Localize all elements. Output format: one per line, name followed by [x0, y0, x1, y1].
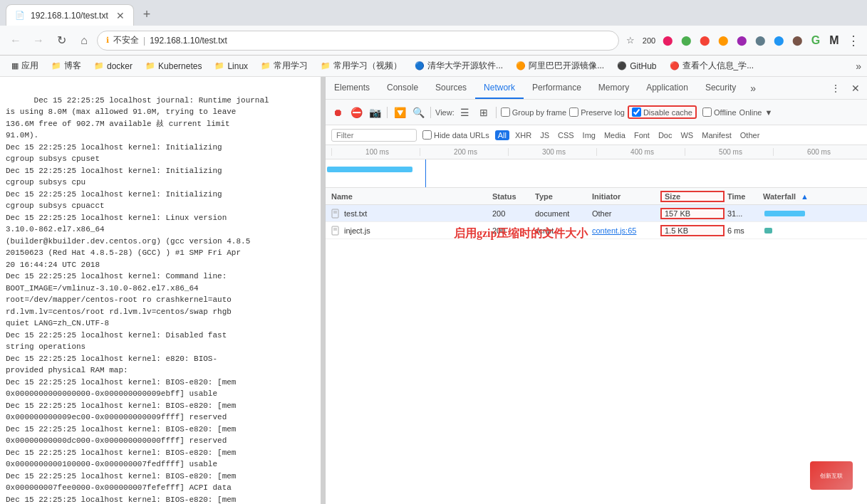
group-by-frame-checkbox[interactable]: Group by frame — [501, 107, 566, 117]
search-button[interactable]: 🔍 — [410, 105, 426, 120]
filter-font[interactable]: Font — [631, 130, 653, 140]
record-button[interactable]: ⏺ — [330, 105, 346, 120]
preserve-log-checkbox[interactable]: Preserve log — [569, 107, 625, 117]
offline-checkbox[interactable]: Offline — [702, 107, 737, 117]
folder-icon: 📁 — [261, 61, 271, 70]
bookmark-linux[interactable]: 📁 Linux — [209, 58, 254, 74]
filter-js[interactable]: JS — [537, 130, 552, 140]
col-header-status[interactable]: Status — [489, 192, 532, 201]
tab-sources-label: Sources — [435, 83, 467, 93]
col-header-type[interactable]: Type — [532, 192, 589, 201]
ext-icon-6[interactable]: ⬤ — [752, 32, 769, 49]
menu-dots[interactable]: ⋮ — [844, 32, 861, 49]
tab-memory[interactable]: Memory — [590, 77, 638, 99]
bookmark-kubernetes[interactable]: 📁 Kubernetes — [140, 58, 207, 74]
waterfall-sort-icon[interactable]: ▲ — [801, 192, 809, 201]
filter-input[interactable] — [331, 129, 417, 142]
col-header-time[interactable]: Time — [725, 192, 760, 201]
col-header-waterfall[interactable]: Waterfall ▲ — [760, 192, 867, 201]
filter-other[interactable]: Other — [737, 130, 763, 140]
filter-button[interactable]: 🔽 — [392, 105, 407, 120]
bookmark-personal[interactable]: 🔴 查看个人信息_学... — [664, 58, 760, 74]
network-timeline: 100 ms 200 ms 300 ms 400 ms 500 ms 600 m… — [326, 145, 867, 188]
devtools-tab-more-button[interactable]: » — [744, 83, 762, 94]
filter-img[interactable]: Img — [580, 130, 598, 140]
filter-all[interactable]: All — [495, 130, 509, 140]
table-row[interactable]: inject.js 200 script content.js:65 1.5 K… — [326, 222, 867, 239]
svg-rect-3 — [332, 226, 338, 235]
ext-icon-4[interactable]: ⬤ — [715, 32, 732, 49]
devtools-tab-bar: Elements Console Sources Network Perform… — [326, 77, 867, 100]
tab-elements[interactable]: Elements — [326, 77, 378, 99]
filter-media[interactable]: Media — [601, 130, 628, 140]
address-text: 192.168.1.10/test.txt — [150, 36, 227, 46]
throttle-dropdown-icon[interactable]: ▼ — [764, 108, 772, 117]
hide-data-urls-checkbox[interactable]: Hide data URLs — [422, 130, 489, 140]
ext-icon-7[interactable]: ⬤ — [770, 32, 787, 49]
ext-icon-3[interactable]: ⬤ — [696, 32, 713, 49]
hide-data-urls-input[interactable] — [422, 130, 432, 140]
ext-icon-5[interactable]: ⬤ — [733, 32, 750, 49]
address-bar[interactable]: ℹ 不安全 | 192.168.1.10/test.txt — [97, 31, 619, 51]
row-2-initiator-link[interactable]: content.js:65 — [592, 226, 636, 235]
toolbar-separator-3 — [496, 107, 497, 118]
home-button[interactable]: ⌂ — [74, 31, 94, 51]
filter-manifest[interactable]: Manifest — [699, 130, 734, 140]
view-grid-button[interactable]: ⊞ — [476, 105, 492, 120]
filter-css[interactable]: CSS — [555, 130, 577, 140]
bookmark-blog[interactable]: 📁 博客 — [46, 58, 87, 74]
tab-network[interactable]: Network — [475, 77, 524, 99]
page-text: Dec 15 22:25:25 localhost journal: Runti… — [6, 96, 269, 505]
tab-security[interactable]: Security — [697, 77, 744, 99]
offline-input[interactable] — [702, 107, 712, 117]
new-tab-button[interactable]: + — [137, 4, 157, 24]
tab-close-button[interactable]: ✕ — [116, 10, 125, 21]
back-button[interactable]: ← — [6, 31, 26, 51]
camera-button[interactable]: 📷 — [367, 105, 383, 120]
table-row[interactable]: test.txt 200 document Other 157 KB 31... — [326, 205, 867, 222]
bookmark-apps[interactable]: ▦ 应用 — [6, 58, 44, 74]
disable-cache-input[interactable] — [632, 107, 641, 117]
ext-icon-1[interactable]: ⬤ — [659, 32, 676, 49]
bookmark-study-video[interactable]: 📁 常用学习（视频） — [315, 58, 407, 74]
bookmark-alibaba[interactable]: 🟠 阿里巴巴开源镜像... — [510, 58, 610, 74]
browser-tab[interactable]: 📄 192.168.1.10/test.txt ✕ — [6, 4, 134, 26]
filter-ws[interactable]: WS — [677, 130, 696, 140]
devtools-settings-button[interactable]: ⋮ — [827, 80, 844, 97]
filter-doc[interactable]: Doc — [655, 130, 675, 140]
col-header-initiator[interactable]: Initiator — [589, 192, 660, 201]
row-2-time: 6 ms — [725, 226, 760, 235]
timeline-mark-5: 500 ms — [685, 148, 773, 156]
view-list-button[interactable]: ☰ — [457, 105, 473, 120]
col-header-name[interactable]: Name — [326, 192, 489, 201]
tab-performance[interactable]: Performance — [524, 77, 590, 99]
tab-console[interactable]: Console — [378, 77, 427, 99]
chuangxin-logo: 创新互联 — [810, 461, 853, 490]
reload-button[interactable]: ↻ — [51, 31, 71, 51]
ext-icon-8[interactable]: ⬤ — [789, 32, 806, 49]
devtools-controls: ⋮ ✕ — [827, 80, 867, 97]
security-icon: ℹ — [106, 36, 109, 45]
devtools-close-button[interactable]: ✕ — [847, 80, 864, 97]
bookmark-github[interactable]: ⚫ GitHub — [611, 58, 662, 74]
row-1-type: document — [532, 209, 589, 218]
filter-xhr[interactable]: XHR — [512, 130, 534, 140]
ext-icon-9[interactable]: G — [807, 32, 824, 49]
ext-icon-10[interactable]: M — [826, 32, 843, 49]
tab-application[interactable]: Application — [638, 77, 697, 99]
bookmark-study[interactable]: 📁 常用学习 — [255, 58, 313, 74]
bookmark-tsinghua[interactable]: 🔵 清华大学开源软件... — [409, 58, 509, 74]
stop-button[interactable]: ⛔ — [348, 105, 364, 120]
forward-button[interactable]: → — [28, 31, 48, 51]
group-by-frame-input[interactable] — [501, 107, 510, 117]
disable-cache-checkbox[interactable]: Disable cache — [632, 107, 692, 117]
preserve-log-input[interactable] — [569, 107, 578, 117]
tab-sources[interactable]: Sources — [427, 77, 475, 99]
bookmark-docker[interactable]: 📁 docker — [88, 58, 138, 74]
bookmark-star-icon[interactable]: ☆ — [622, 32, 639, 49]
bookmarks-more-button[interactable]: » — [856, 61, 861, 72]
col-header-size[interactable]: Size — [660, 191, 725, 202]
github-icon: ⚫ — [617, 61, 627, 70]
hide-data-urls-label: Hide data URLs — [434, 131, 489, 140]
ext-icon-2[interactable]: ⬤ — [677, 32, 695, 49]
